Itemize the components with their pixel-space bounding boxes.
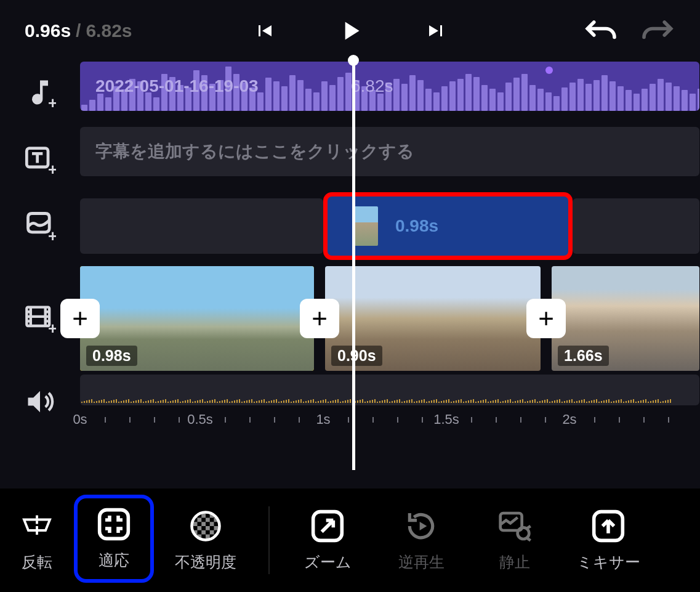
time-display: 0.96s/6.82s	[25, 20, 132, 41]
undo-button[interactable]	[583, 12, 620, 49]
tool-mixer[interactable]: ミキサー	[561, 509, 655, 572]
time-total: 6.82s	[86, 20, 132, 41]
ruler-tick	[422, 417, 423, 423]
clip-duration: 0.98s	[86, 346, 137, 366]
ruler-label: 1.5s	[433, 412, 459, 428]
tracks-area: 2022-05-01-16-19-03 6.82s 字幕を追加するにはここをクリ…	[80, 62, 700, 436]
pip-clip-selected[interactable]: 0.98s	[323, 192, 573, 260]
pip-track: 0.98s	[80, 192, 699, 254]
tool-freeze[interactable]: 静止	[468, 509, 561, 572]
playback-controls	[249, 15, 452, 46]
svg-text:+: +	[48, 160, 56, 175]
ruler-tick	[348, 417, 349, 423]
clip-duration: 0.90s	[331, 346, 382, 366]
reverse-icon	[404, 509, 438, 543]
next-button[interactable]	[421, 15, 452, 46]
audio-filename: 2022-05-01-16-19-03	[95, 76, 259, 96]
redo-button[interactable]	[638, 12, 675, 49]
tool-zoom[interactable]: ズーム	[281, 509, 374, 572]
svg-text:+: +	[48, 227, 56, 241]
top-bar: 0.96s/6.82s	[0, 0, 700, 62]
fit-icon	[97, 507, 131, 541]
video-thumb	[197, 266, 314, 371]
tool-label: 反転	[22, 552, 52, 572]
video-clip-2[interactable]: 0.90s	[325, 266, 541, 371]
ruler-label: 0.5s	[187, 412, 213, 428]
video-clip-3[interactable]: 1.66s	[552, 266, 699, 371]
svg-text:+: +	[48, 319, 56, 334]
ruler-tick	[249, 417, 251, 423]
volume-icon[interactable]	[22, 383, 58, 420]
time-current: 0.96s	[25, 20, 71, 41]
svg-text:+: +	[48, 94, 56, 108]
freeze-icon	[497, 509, 532, 543]
tool-label: 適応	[99, 550, 129, 570]
subtitle-placeholder: 字幕を追加するにはここをクリックする	[95, 140, 414, 163]
prev-button[interactable]	[249, 15, 280, 46]
pip-duration: 0.98s	[395, 216, 438, 236]
bottom-toolbar: 反転 適応 不透明度 ズーム 逆再生 静止 ミキサー	[0, 489, 700, 592]
add-clip-button[interactable]: +	[60, 299, 100, 338]
ruler-tick	[520, 417, 521, 423]
ruler-tick	[397, 417, 398, 423]
ruler-label: 2s	[562, 412, 576, 428]
flip-icon	[20, 509, 54, 543]
tool-label: 不透明度	[175, 552, 236, 572]
add-video-icon[interactable]: +	[22, 299, 58, 336]
tool-label: ズーム	[304, 552, 352, 572]
pip-empty-left[interactable]	[80, 198, 323, 254]
ruler-tick	[372, 417, 374, 423]
svg-rect-6	[100, 509, 129, 538]
subtitle-track[interactable]: 字幕を追加するにはここをクリックする	[80, 127, 699, 176]
ruler-tick	[471, 417, 472, 423]
ruler-tick	[668, 417, 669, 423]
ruler-tick	[274, 417, 275, 423]
time-ruler: 0s0.5s1s1.5s2s	[80, 412, 699, 436]
tool-label: 逆再生	[398, 552, 445, 572]
ruler-tick	[545, 417, 546, 423]
ruler-label: 1s	[316, 412, 330, 428]
opacity-icon	[188, 509, 223, 543]
ruler-label: 0s	[73, 412, 87, 428]
tool-flip[interactable]: 反転	[0, 509, 74, 572]
add-text-icon[interactable]: +	[22, 140, 58, 177]
time-separator: /	[76, 20, 81, 41]
ruler-tick	[619, 417, 620, 423]
ruler-tick	[225, 417, 226, 423]
ruler-tick	[594, 417, 595, 423]
video-clip-1[interactable]: 0.98s	[80, 266, 314, 371]
add-sticker-icon[interactable]: +	[22, 207, 58, 244]
ruler-tick	[643, 417, 645, 423]
tool-label: 静止	[499, 552, 530, 572]
ruler-tick	[496, 417, 497, 423]
ruler-tick	[129, 417, 131, 423]
tool-reverse[interactable]: 逆再生	[374, 509, 468, 572]
timeline-marker[interactable]	[545, 67, 553, 74]
history-controls	[583, 12, 675, 49]
ruler-tick	[105, 417, 106, 423]
editor-area: + + + + 2022-05-01-16-19-03 6.82s 字幕を追加す…	[0, 62, 700, 436]
video-thumb	[433, 266, 541, 371]
ruler-tick	[179, 417, 180, 423]
toolbar-divider	[268, 506, 270, 574]
video-thumb	[626, 266, 699, 371]
add-music-icon[interactable]: +	[22, 74, 58, 111]
tool-label: ミキサー	[577, 552, 640, 572]
tool-opacity[interactable]: 不透明度	[154, 509, 257, 572]
audio-track[interactable]: 2022-05-01-16-19-03 6.82s	[80, 62, 699, 111]
zoom-icon	[310, 509, 345, 543]
playhead[interactable]	[352, 60, 355, 470]
pip-empty-right[interactable]	[573, 198, 699, 254]
video-track: 0.98s 0.90s 1.66s + + +	[80, 266, 699, 371]
sound-track[interactable]	[80, 375, 699, 405]
add-clip-button[interactable]: +	[526, 299, 566, 338]
pip-thumbnail	[352, 206, 378, 246]
svg-point-9	[192, 512, 220, 540]
left-rail: + + + +	[0, 62, 80, 436]
play-button[interactable]	[335, 15, 366, 46]
mixer-icon	[591, 509, 626, 543]
add-clip-button[interactable]: +	[300, 299, 339, 338]
clip-duration: 1.66s	[558, 346, 609, 366]
ruler-tick	[299, 417, 300, 423]
tool-fit[interactable]: 適応	[74, 495, 154, 583]
